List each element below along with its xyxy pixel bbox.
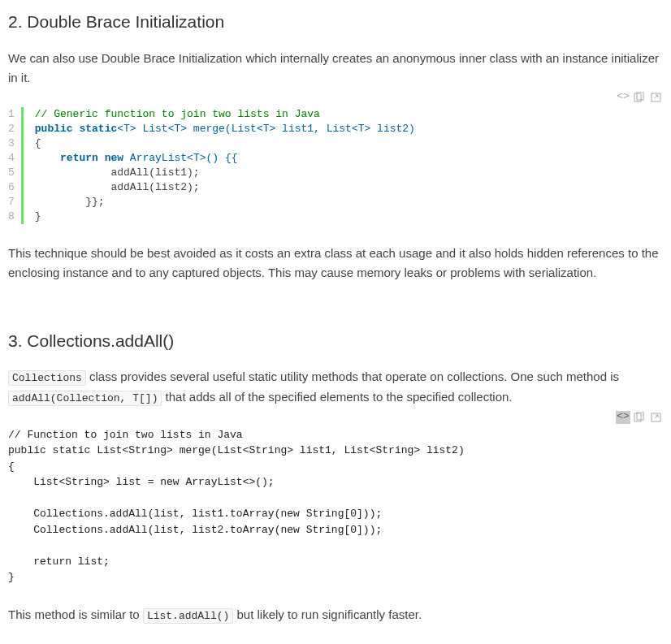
code-token: public xyxy=(35,123,73,135)
line-number-gutter: 1 2 3 4 5 6 7 8 xyxy=(8,107,24,224)
inline-code: List.addAll() xyxy=(143,608,233,624)
view-source-icon[interactable]: <> xyxy=(616,411,630,424)
copy-icon[interactable] xyxy=(632,91,647,104)
section-heading: 3. Collections.addAll() xyxy=(8,327,663,355)
code-line: addAll(list1); xyxy=(35,166,415,180)
code-token: static xyxy=(79,123,117,135)
code-line: }}; xyxy=(35,195,415,210)
code-token: new xyxy=(105,152,123,164)
code-toolbar: <> xyxy=(616,91,663,104)
code-token: <T> List<T> merge(List<T> list1, List<T>… xyxy=(117,123,415,135)
copy-icon[interactable] xyxy=(632,411,647,424)
line-number: 7 xyxy=(8,195,15,210)
section-double-brace: 2. Double Brace Initialization We can al… xyxy=(8,8,663,283)
line-number: 5 xyxy=(8,166,15,180)
code-line: { xyxy=(35,136,415,151)
code-toolbar: <> xyxy=(616,411,663,424)
code-token: return xyxy=(60,152,98,164)
section-intro: Collections class provides several usefu… xyxy=(8,367,663,408)
code-line: addAll(list2); xyxy=(35,180,415,195)
code-line: } xyxy=(35,210,415,224)
line-number: 1 xyxy=(8,107,15,122)
line-number: 4 xyxy=(8,151,15,166)
line-number: 8 xyxy=(8,210,15,224)
line-number: 6 xyxy=(8,180,15,195)
section-intro: We can also use Double Brace Initializat… xyxy=(8,49,663,88)
code-content[interactable]: // Generic function to join two lists in… xyxy=(32,107,415,224)
line-number: 3 xyxy=(8,136,15,151)
inline-code: Collections xyxy=(8,370,86,386)
code-line: // Generic function to join two lists in… xyxy=(35,108,320,120)
code-content[interactable]: // Function to join two lists in Java pu… xyxy=(8,427,663,586)
view-source-icon[interactable]: <> xyxy=(616,91,630,104)
code-token: ArrayList<T>() {{ xyxy=(123,152,237,164)
open-new-window-icon[interactable] xyxy=(648,91,663,104)
section-outro: This technique should be best avoided as… xyxy=(8,244,663,283)
open-new-window-icon[interactable] xyxy=(648,411,663,424)
code-block-2: <> // Function to join two lists in Java… xyxy=(8,427,663,586)
line-number: 2 xyxy=(8,122,15,136)
section-heading: 2. Double Brace Initialization xyxy=(8,8,663,36)
code-block-1: <> 1 2 3 4 5 6 7 8 // Generic function t… xyxy=(8,107,663,224)
inline-code: addAll(Collection, T[]) xyxy=(8,391,162,406)
section-outro: This method is similar to List.addAll() … xyxy=(8,605,663,625)
section-collections-addall: 3. Collections.addAll() Collections clas… xyxy=(8,327,663,625)
